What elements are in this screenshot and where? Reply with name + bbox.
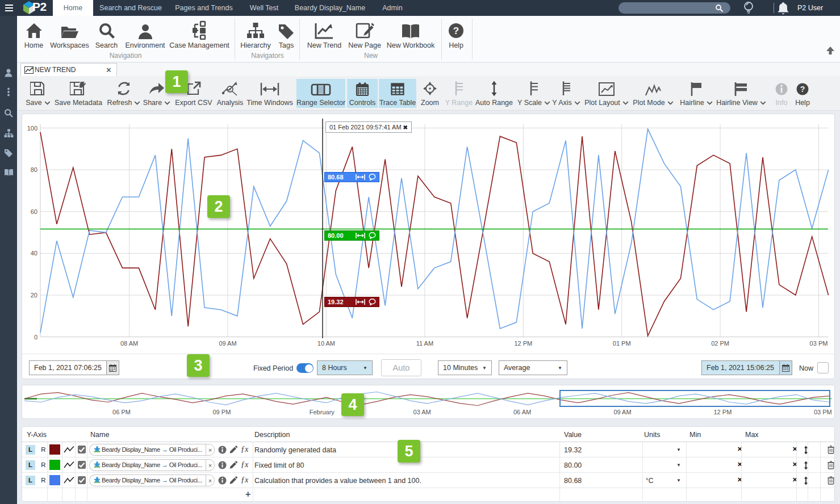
- svg-text:09 AM: 09 AM: [613, 409, 631, 415]
- svg-text:?: ?: [800, 85, 805, 94]
- svg-text:02 PM: 02 PM: [711, 340, 729, 347]
- svg-text:?: ?: [453, 26, 459, 36]
- svg-text:0: 0: [34, 334, 37, 341]
- svg-text:12 PM: 12 PM: [714, 409, 732, 415]
- svg-text:06 AM: 06 AM: [513, 409, 531, 415]
- svg-text:11 AM: 11 AM: [416, 340, 433, 347]
- svg-text:10 AM: 10 AM: [317, 340, 335, 347]
- svg-text:03 PM: 03 PM: [814, 409, 832, 415]
- svg-text:100: 100: [27, 125, 37, 132]
- svg-text:09 AM: 09 AM: [219, 340, 236, 347]
- svg-text:06 PM: 06 PM: [112, 409, 131, 415]
- svg-text:40: 40: [31, 250, 37, 257]
- svg-text:01 PM: 01 PM: [613, 340, 631, 347]
- svg-text:80: 80: [31, 166, 37, 173]
- svg-text:03 AM: 03 AM: [413, 409, 431, 415]
- svg-text:09 PM: 09 PM: [213, 409, 231, 415]
- svg-text:12 PM: 12 PM: [514, 340, 532, 347]
- svg-text:08 AM: 08 AM: [120, 340, 138, 347]
- svg-text:20: 20: [31, 292, 37, 299]
- svg-text:February: February: [310, 409, 335, 415]
- svg-text:03 PM: 03 PM: [810, 340, 828, 347]
- svg-text:60: 60: [31, 208, 37, 215]
